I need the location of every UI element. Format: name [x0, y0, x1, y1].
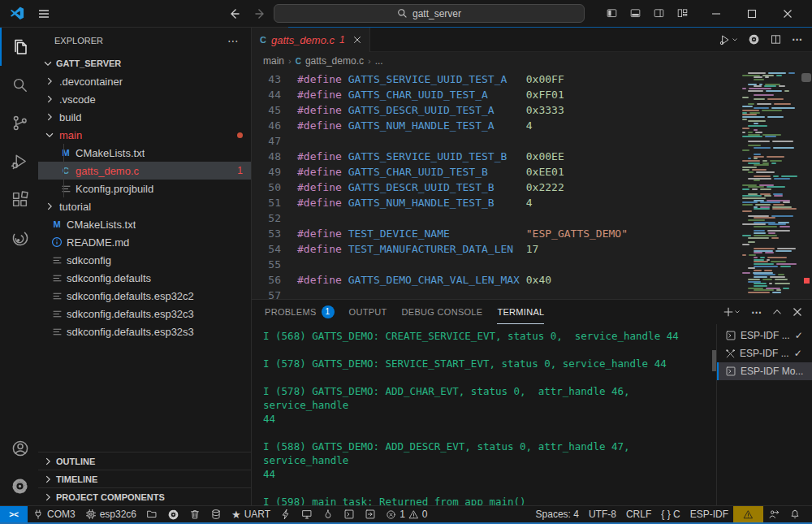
breadcrumb-symbol[interactable]: ... [375, 55, 383, 67]
workspace-section-header[interactable]: GATT_SERVER [38, 54, 251, 72]
code-line-57[interactable]: 57 [252, 288, 739, 299]
tree-item-cmakelists-txt[interactable]: MCMakeLists.txt [38, 144, 251, 162]
status-debug[interactable] [360, 506, 381, 523]
activity-search[interactable] [0, 66, 38, 104]
status-encoding[interactable]: UTF-8 [584, 506, 621, 523]
status-feedback[interactable] [763, 506, 784, 523]
code-line-43[interactable]: 43#define GATTS_SERVICE_UUID_TEST_A 0x00… [252, 71, 739, 87]
status-flash-method[interactable]: ★UART [227, 506, 275, 523]
status-language-mode[interactable]: { } C [656, 506, 685, 523]
breadcrumb-folder[interactable]: main [263, 55, 284, 67]
panel-tab-problems[interactable]: PROBLEMS1 [265, 300, 335, 324]
code-line-54[interactable]: 54#define TEST_MANUFACTURER_DATA_LEN 17 [252, 241, 739, 257]
panel-tab-terminal[interactable]: TERMINAL [497, 300, 544, 324]
code-line-44[interactable]: 44#define GATTS_CHAR_UUID_TEST_A 0xFF01 [252, 87, 739, 102]
code-line-52[interactable]: 52 [252, 210, 739, 226]
scrollbar-thumb[interactable] [801, 73, 811, 82]
tree-item-kconfig-projbuild[interactable]: Kconfig.projbuild [38, 180, 251, 197]
close-button[interactable] [770, 0, 806, 27]
tree-item-tutorial[interactable]: tutorial [38, 197, 251, 215]
close-panel-icon[interactable] [793, 307, 802, 317]
terminal-output[interactable]: I (568) GATTS_DEMO: CREATE_SERVICE_EVT, … [252, 324, 716, 505]
tab-gatts-demo[interactable]: C gatts_demo.c 1 [252, 28, 370, 52]
status-project-conf[interactable] [141, 506, 162, 523]
status-device-target[interactable]: esp32c6 [80, 506, 141, 523]
code-editor[interactable]: 43#define GATTS_SERVICE_UUID_TEST_A 0x00… [252, 70, 812, 299]
activity-extensions[interactable] [0, 180, 38, 219]
minimize-button[interactable] [698, 0, 734, 27]
tab-close-icon[interactable] [353, 36, 361, 44]
minimap[interactable] [741, 70, 801, 299]
section-outline[interactable]: OUTLINE [38, 452, 251, 470]
command-center-search[interactable]: gatt_server [274, 4, 585, 23]
activity-run-debug[interactable] [0, 142, 38, 180]
panel-more-icon[interactable]: ⋯ [751, 306, 762, 318]
activity-espressif[interactable] [0, 219, 38, 257]
status-monitor[interactable] [296, 506, 317, 523]
tree-item-cmakelists-txt[interactable]: MCMakeLists.txt [38, 215, 251, 233]
maximize-panel-icon[interactable] [772, 307, 782, 317]
editor-scrollbar[interactable] [801, 70, 812, 299]
section-timeline[interactable]: TIMELINE [38, 470, 251, 487]
panel-tab-debug-console[interactable]: DEBUG CONSOLE [402, 300, 483, 324]
activity-source-control[interactable] [0, 104, 38, 142]
tree-item--devcontainer[interactable]: .devcontainer [38, 72, 251, 90]
terminal-list-item[interactable]: ESP-IDF Mo... [717, 362, 812, 380]
status-indentation[interactable]: Spaces: 4 [531, 506, 584, 523]
status-serial-port[interactable]: COM3 [28, 506, 80, 523]
customize-layout-icon[interactable] [676, 7, 689, 19]
more-actions-icon[interactable]: ⋯ [792, 33, 802, 45]
status-eol[interactable]: CRLF [621, 506, 656, 523]
tree-item-sdkconfig-defaults-esp32s3[interactable]: sdkconfig.defaults.esp32s3 [38, 323, 251, 340]
code-line-53[interactable]: 53#define TEST_DEVICE_NAME "ESP_GATTS_DE… [252, 226, 739, 241]
code-line-55[interactable]: 55 [252, 257, 739, 272]
toggle-panel-icon[interactable] [629, 7, 641, 19]
back-button[interactable] [227, 7, 240, 20]
explorer-more-icon[interactable]: ⋯ [227, 34, 240, 47]
toggle-secondary-sidebar-icon[interactable] [653, 7, 665, 19]
terminal-list-item[interactable]: ESP-IDF ...✓ [717, 344, 812, 362]
gear-icon[interactable] [748, 33, 760, 45]
status-terminal[interactable] [339, 506, 360, 523]
breadcrumb-file[interactable]: gatts_demo.c [305, 55, 364, 67]
status-build-flash-monitor[interactable] [317, 506, 339, 523]
status-notifications[interactable] [784, 506, 806, 523]
tree-item-sdkconfig-defaults-esp32c3[interactable]: sdkconfig.defaults.esp32c3 [38, 305, 251, 323]
maximize-button[interactable] [734, 0, 770, 27]
tree-item-build[interactable]: build [38, 108, 251, 126]
status-flash[interactable] [275, 506, 296, 523]
run-dropdown-icon[interactable] [719, 33, 738, 46]
tree-item--vscode[interactable]: .vscode [38, 90, 251, 108]
panel-tab-output[interactable]: OUTPUT [349, 300, 387, 324]
activity-explorer[interactable] [0, 28, 38, 66]
status-esp-idf-version[interactable]: ESP-IDF [685, 506, 733, 523]
tree-item-gatts-demo-c[interactable]: Cgatts_demo.c1 [38, 162, 251, 180]
code-line-45[interactable]: 45#define GATTS_DESCR_UUID_TEST_A 0x3333 [252, 102, 739, 118]
status-full-clean[interactable] [184, 506, 205, 523]
tree-item-readme-md[interactable]: README.md [38, 233, 251, 251]
code-line-49[interactable]: 49#define GATTS_CHAR_UUID_TEST_B 0xEE01 [252, 164, 739, 180]
tree-item-sdkconfig-defaults-esp32c2[interactable]: sdkconfig.defaults.esp32c2 [38, 287, 251, 305]
forward-button[interactable] [254, 7, 267, 20]
code-line-46[interactable]: 46#define GATTS_NUM_HANDLE_TEST_A 4 [252, 118, 739, 133]
code-line-48[interactable]: 48#define GATTS_SERVICE_UUID_TEST_B 0x00… [252, 149, 739, 164]
status-menuconfig[interactable] [162, 506, 184, 523]
new-terminal-icon[interactable] [723, 306, 741, 318]
menu-icon[interactable] [37, 7, 50, 20]
section-project-components[interactable]: PROJECT COMPONENTS [38, 487, 251, 505]
code-line-51[interactable]: 51#define GATTS_NUM_HANDLE_TEST_B 4 [252, 195, 739, 210]
code-line-56[interactable]: 56#define GATTS_DEMO_CHAR_VAL_LEN_MAX 0x… [252, 272, 739, 288]
activity-accounts[interactable] [0, 429, 38, 467]
status-storage[interactable] [205, 506, 227, 523]
terminal-scrollbar-thumb[interactable] [712, 350, 716, 371]
code-line-47[interactable]: 47 [252, 133, 739, 149]
activity-settings[interactable] [0, 467, 38, 505]
status-problems[interactable]: 10 [381, 506, 432, 523]
tree-item-main[interactable]: main [38, 126, 251, 144]
split-editor-icon[interactable] [770, 33, 782, 45]
tree-item-sdkconfig[interactable]: sdkconfig [38, 251, 251, 269]
toggle-primary-sidebar-icon[interactable] [606, 7, 618, 19]
terminal-list-item[interactable]: ESP-IDF ...✓ [717, 327, 812, 344]
status-remote[interactable]: >< [0, 506, 28, 523]
code-line-50[interactable]: 50#define GATTS_DESCR_UUID_TEST_B 0x2222 [252, 180, 739, 195]
